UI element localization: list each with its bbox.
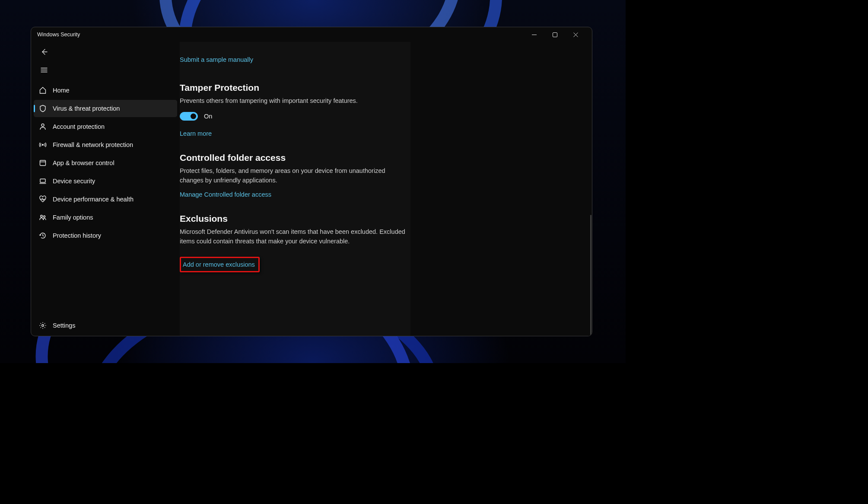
svg-point-6 <box>41 215 43 217</box>
tamper-toggle-state: On <box>204 113 212 120</box>
svg-rect-1 <box>553 32 557 37</box>
nav-item-app-browser[interactable]: App & browser control <box>34 154 177 172</box>
vertical-scrollbar[interactable] <box>590 215 591 336</box>
nav-label: Settings <box>53 322 75 329</box>
nav-item-firewall[interactable]: Firewall & network protection <box>34 136 177 153</box>
caption-controls <box>524 28 586 41</box>
controlled-folder-access-desc: Protect files, folders, and memory areas… <box>180 166 409 185</box>
add-remove-exclusions-link[interactable]: Add or remove exclusions <box>183 261 255 268</box>
sidebar: Home Virus & threat protection Account p… <box>31 42 180 336</box>
nav-item-virus-threat[interactable]: Virus & threat protection <box>34 100 177 117</box>
maximize-button[interactable] <box>544 28 565 41</box>
svg-rect-0 <box>532 35 537 35</box>
heart-pulse-icon <box>39 195 47 203</box>
nav-label: Device security <box>53 178 95 185</box>
manage-cfa-link[interactable]: Manage Controlled folder access <box>180 191 409 198</box>
content-right-space <box>410 42 592 336</box>
tamper-protection-title: Tamper Protection <box>180 83 409 93</box>
svg-point-3 <box>42 144 44 146</box>
home-icon <box>39 86 47 94</box>
tamper-learn-more-link[interactable]: Learn more <box>180 130 409 137</box>
antenna-icon <box>39 141 47 149</box>
nav-label: Family options <box>53 214 93 221</box>
highlight-annotation: Add or remove exclusions <box>180 257 260 272</box>
submit-sample-link[interactable]: Submit a sample manually <box>180 56 253 63</box>
svg-rect-4 <box>40 160 46 166</box>
content-column: Submit a sample manually Tamper Protecti… <box>180 42 410 336</box>
nav-label: App & browser control <box>53 159 114 166</box>
nav-label: Protection history <box>53 232 101 239</box>
nav-item-history[interactable]: Protection history <box>34 227 177 244</box>
people-icon <box>39 214 47 221</box>
svg-rect-5 <box>40 179 45 182</box>
nav-item-home[interactable]: Home <box>34 82 177 99</box>
windows-security-window: Windows Security <box>31 27 592 336</box>
nav-label: Firewall & network protection <box>53 141 133 148</box>
tamper-protection-toggle[interactable] <box>180 112 198 121</box>
exclusions-desc: Microsoft Defender Antivirus won't scan … <box>180 227 409 246</box>
nav-item-settings[interactable]: Settings <box>34 317 177 334</box>
minimize-button[interactable] <box>524 28 544 41</box>
controlled-folder-access-title: Controlled folder access <box>180 153 409 163</box>
window-icon <box>39 159 47 167</box>
person-icon <box>39 123 47 131</box>
nav-item-device-security[interactable]: Device security <box>34 172 177 190</box>
titlebar[interactable]: Windows Security <box>31 27 592 42</box>
svg-point-8 <box>42 325 44 327</box>
back-button[interactable] <box>35 44 53 60</box>
nav-list: Home Virus & threat protection Account p… <box>31 80 180 244</box>
exclusions-title: Exclusions <box>180 214 409 224</box>
nav-label: Virus & threat protection <box>53 105 120 112</box>
nav-item-family[interactable]: Family options <box>34 209 177 226</box>
laptop-icon <box>39 177 47 185</box>
shield-icon <box>39 105 47 112</box>
close-button[interactable] <box>565 28 586 41</box>
gear-icon <box>39 322 47 329</box>
history-icon <box>39 232 47 239</box>
svg-point-7 <box>44 216 45 217</box>
tamper-protection-desc: Prevents others from tampering with impo… <box>180 96 409 106</box>
content-area: Submit a sample manually Tamper Protecti… <box>180 42 592 336</box>
nav-item-account[interactable]: Account protection <box>34 118 177 135</box>
nav-label: Device performance & health <box>53 196 134 203</box>
svg-point-2 <box>41 124 44 127</box>
nav-label: Home <box>53 87 70 94</box>
nav-item-performance[interactable]: Device performance & health <box>34 191 177 208</box>
hamburger-menu-button[interactable] <box>35 62 53 78</box>
nav-label: Account protection <box>53 123 105 130</box>
window-title: Windows Security <box>37 32 80 38</box>
